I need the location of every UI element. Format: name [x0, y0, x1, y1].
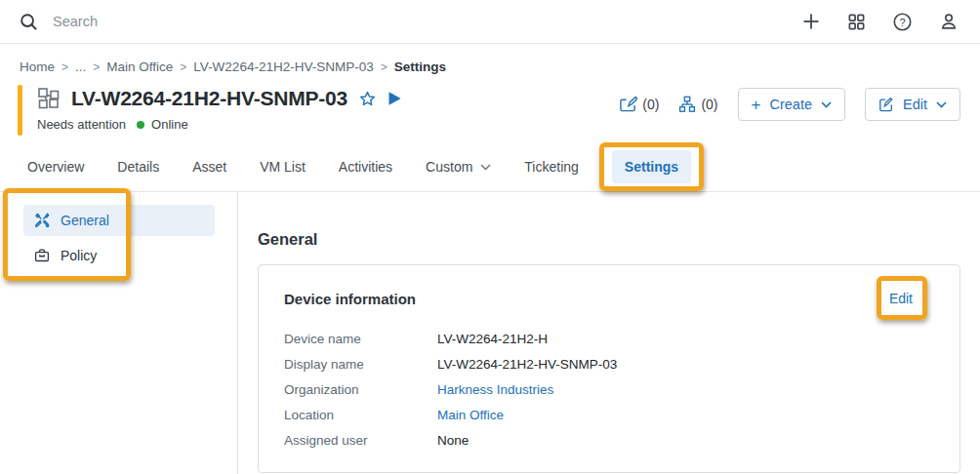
run-play-icon[interactable] — [388, 91, 402, 106]
edit-button[interactable]: Edit — [865, 88, 960, 121]
field-label-assigned-user: Assigned user — [284, 433, 437, 449]
breadcrumb-device[interactable]: LV-W2264-21H2-HV-SNMP-03 — [193, 59, 373, 74]
breadcrumb-home[interactable]: Home — [20, 59, 55, 74]
field-value-device-name: LV-W2264-21H2-H — [437, 332, 934, 347]
online-label: Online — [151, 117, 188, 132]
field-label-device-name: Device name — [284, 332, 437, 347]
field-label-location: Location — [284, 408, 437, 423]
pencil-icon — [878, 97, 894, 112]
hierarchy-icon — [678, 96, 696, 113]
tab-settings[interactable]: Settings — [612, 150, 691, 183]
add-icon[interactable] — [801, 12, 821, 31]
tab-asset[interactable]: Asset — [192, 159, 226, 175]
section-heading: General — [258, 230, 960, 249]
status-text: Needs attention — [37, 117, 126, 132]
device-header: LV-W2264-21H2-HV-SNMP-03 Needs attention… — [18, 85, 960, 136]
device-title: LV-W2264-21H2-HV-SNMP-03 — [71, 87, 347, 110]
tab-ticketing[interactable]: Ticketing — [524, 159, 579, 175]
device-info-rows: Device name LV-W2264-21H2-H Display name… — [284, 332, 934, 449]
chevron-down-icon — [480, 164, 491, 171]
search-icon — [20, 13, 38, 31]
location-link[interactable]: Main Office — [437, 408, 504, 422]
attention-accent-bar — [18, 85, 22, 136]
notes-count: (0) — [642, 97, 659, 112]
tools-icon — [34, 213, 50, 228]
chevron-down-icon — [821, 101, 832, 108]
card-title: Device information — [284, 291, 416, 307]
user-account-icon[interactable] — [939, 12, 959, 31]
device-info-edit-link[interactable]: Edit — [889, 291, 913, 306]
tab-overview[interactable]: Overview — [27, 159, 84, 175]
breadcrumb-separator: > — [381, 60, 388, 74]
field-label-display-name: Display name — [284, 357, 437, 373]
online-status-dot — [137, 121, 144, 129]
virtual-host-icon — [37, 87, 61, 110]
svg-text:?: ? — [899, 16, 905, 27]
favorite-star-icon[interactable] — [358, 90, 377, 108]
tab-vm-list[interactable]: VM List — [260, 159, 306, 175]
field-value-assigned-user: None — [437, 433, 934, 449]
help-icon[interactable]: ? — [892, 12, 913, 32]
relations-counter[interactable]: (0) — [678, 96, 717, 113]
settings-sidebar: General Policy — [0, 192, 238, 474]
sidebar-item-policy[interactable]: Policy — [23, 240, 215, 271]
breadcrumb-ellipsis[interactable]: ... — [75, 59, 86, 74]
plus-icon: + — [752, 97, 761, 113]
apps-grid-icon[interactable] — [847, 13, 866, 31]
breadcrumb-separator: > — [61, 60, 68, 74]
sidebar-item-label: General — [61, 213, 109, 228]
create-button[interactable]: + Create — [738, 88, 845, 121]
field-value-display-name: LV-W2264-21H2-HV-SNMP-03 — [437, 357, 934, 373]
tab-custom[interactable]: Custom — [426, 159, 491, 175]
tab-activities[interactable]: Activities — [339, 159, 392, 175]
settings-content: General Device information Edit Device n… — [238, 192, 980, 474]
organization-link[interactable]: Harkness Industries — [437, 382, 553, 397]
breadcrumb-current-settings: Settings — [394, 59, 446, 74]
sidebar-item-label: Policy — [61, 248, 97, 263]
field-label-organization: Organization — [284, 382, 437, 398]
device-information-card: Device information Edit Device name LV-W… — [258, 264, 960, 473]
chevron-down-icon — [936, 101, 947, 108]
notes-counter[interactable]: (0) — [619, 96, 659, 113]
breadcrumb: Home > ... > Main Office > LV-W2264-21H2… — [0, 44, 980, 74]
relations-count: (0) — [701, 97, 717, 112]
global-search — [20, 13, 801, 31]
device-tabs: Overview Details Asset VM List Activitie… — [0, 150, 980, 192]
breadcrumb-separator: > — [180, 60, 186, 74]
breadcrumb-separator: > — [93, 60, 100, 74]
sidebar-item-general[interactable]: General — [23, 205, 215, 236]
breadcrumb-location[interactable]: Main Office — [106, 59, 173, 74]
briefcase-icon — [34, 248, 50, 263]
notes-icon — [619, 96, 637, 113]
tab-details[interactable]: Details — [117, 159, 159, 175]
search-input[interactable] — [53, 14, 443, 29]
top-bar: ? — [0, 0, 980, 44]
